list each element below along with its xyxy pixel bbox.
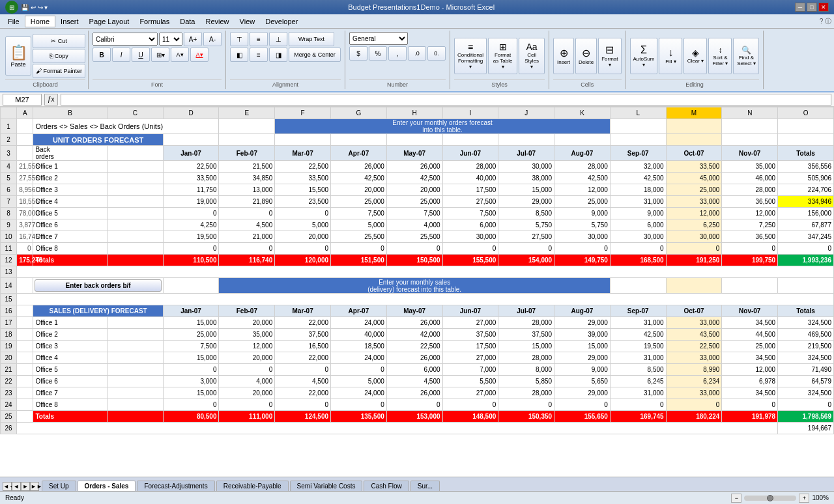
tab-cash-flow[interactable]: Cash Flow: [364, 481, 409, 491]
fill-btn[interactable]: ↓ Fill ▾: [659, 38, 682, 74]
cell-L2[interactable]: [610, 134, 666, 146]
merge-center-button[interactable]: Merge & Center: [289, 48, 341, 62]
bold-button[interactable]: B: [93, 48, 111, 62]
menu-developer[interactable]: Developer: [260, 16, 303, 27]
menu-data[interactable]: Data: [175, 16, 200, 27]
cell-I3[interactable]: Jun-07: [442, 146, 498, 161]
decrease-font-btn[interactable]: A-: [203, 32, 222, 46]
col-header-E[interactable]: E: [219, 107, 275, 119]
cell-L1[interactable]: [610, 119, 666, 134]
cell-M2[interactable]: [666, 134, 722, 146]
tab-orders-sales[interactable]: Orders - Sales: [78, 481, 136, 491]
col-header-C[interactable]: C: [107, 107, 163, 119]
cell-F2[interactable]: [275, 134, 331, 146]
cell-F3[interactable]: Mar-07: [275, 146, 331, 161]
cell-A2[interactable]: [17, 134, 33, 146]
cell-E3[interactable]: Feb-07: [219, 146, 275, 161]
menu-file[interactable]: File: [3, 16, 25, 27]
tab-setup[interactable]: Set Up: [42, 481, 76, 491]
cell-N3[interactable]: Nov-07: [722, 146, 778, 161]
col-header-K[interactable]: K: [554, 107, 611, 119]
cell-N2[interactable]: [722, 134, 778, 146]
sheet-nav-prev[interactable]: ◄: [12, 482, 21, 491]
window-controls[interactable]: ─ □ ✕: [795, 3, 829, 12]
col-header-J[interactable]: J: [498, 107, 554, 119]
cell-M1[interactable]: [666, 119, 722, 134]
zoom-in-btn[interactable]: +: [799, 494, 809, 503]
col-header-L[interactable]: L: [610, 107, 666, 119]
cell-M3[interactable]: Oct-07: [666, 146, 722, 161]
col-header-N[interactable]: N: [722, 107, 778, 119]
menu-formulas[interactable]: Formulas: [134, 16, 175, 27]
menu-page-layout[interactable]: Page Layout: [84, 16, 135, 27]
cell-F1[interactable]: Enter your monthly orders forecastinto t…: [275, 119, 611, 134]
decimal-inc-btn[interactable]: .0: [408, 46, 426, 61]
sheet-nav-last[interactable]: ►►: [30, 482, 39, 491]
menu-view[interactable]: View: [235, 16, 261, 27]
cell-H3[interactable]: May-07: [386, 146, 442, 161]
tab-receivable-payable[interactable]: Receivable-Payable: [216, 481, 289, 491]
cell-E1[interactable]: [219, 119, 275, 134]
zoom-slider[interactable]: [744, 496, 796, 501]
formula-fx-button[interactable]: ƒx: [44, 94, 58, 105]
find-select-btn[interactable]: 🔍 Find & Select ▾: [733, 38, 759, 74]
tab-semi-variable-costs[interactable]: Semi Variable Costs: [290, 481, 363, 491]
tab-forecast-adjustments[interactable]: Forecast-Adjustments: [137, 481, 214, 491]
col-header-I[interactable]: I: [442, 107, 498, 119]
cell-reference-input[interactable]: M27: [3, 94, 42, 105]
fill-color-button[interactable]: A▾: [171, 48, 189, 62]
menu-home[interactable]: Home: [25, 16, 55, 27]
minimize-btn[interactable]: ─: [795, 3, 805, 12]
cell-B2[interactable]: UNIT ORDERS FORECAST: [33, 134, 163, 146]
font-name-select[interactable]: Calibri: [93, 33, 158, 46]
delete-btn[interactable]: ⊖ Delete: [575, 38, 597, 74]
insert-btn[interactable]: ⊕ Insert: [553, 38, 574, 74]
align-right-btn[interactable]: ◨: [269, 48, 287, 62]
align-top-btn[interactable]: ⊤: [230, 32, 248, 46]
copy-button[interactable]: ⎘ Copy: [33, 49, 85, 63]
align-left-btn[interactable]: ◧: [230, 48, 248, 62]
cell-L3[interactable]: Sep-07: [610, 146, 666, 161]
formula-input[interactable]: [61, 94, 831, 105]
cell-O2[interactable]: [778, 134, 834, 146]
cell-D2[interactable]: [163, 134, 219, 146]
comma-btn[interactable]: ,: [388, 46, 407, 61]
clear-btn[interactable]: ◈ Clear ▾: [683, 38, 707, 74]
currency-btn[interactable]: $: [349, 46, 367, 61]
cell-O1[interactable]: [778, 119, 834, 134]
cell-H2[interactable]: [386, 134, 442, 146]
font-size-select[interactable]: 11: [159, 33, 182, 46]
tab-sur[interactable]: Sur...: [410, 481, 440, 491]
percent-btn[interactable]: %: [369, 46, 387, 61]
wrap-text-button[interactable]: Wrap Text: [289, 32, 334, 46]
format-painter-button[interactable]: 🖌 Format Painter: [33, 64, 85, 78]
cell-E2[interactable]: [219, 134, 275, 146]
col-header-M[interactable]: M: [666, 107, 722, 119]
col-header-F[interactable]: F: [275, 107, 331, 119]
underline-button[interactable]: U: [132, 48, 150, 62]
cell-J2[interactable]: [498, 134, 554, 146]
col-header-D[interactable]: D: [163, 107, 219, 119]
autosum-btn[interactable]: Σ AutoSum ▾: [630, 38, 658, 74]
border-button[interactable]: ⊞▾: [151, 48, 169, 62]
cell-styles-btn[interactable]: Aa Cell Styles ▾: [519, 38, 545, 74]
menu-insert[interactable]: Insert: [55, 16, 84, 27]
col-header-A[interactable]: A: [17, 107, 33, 119]
cell-K2[interactable]: [554, 134, 611, 146]
paste-button[interactable]: 📋 Paste: [5, 36, 31, 76]
zoom-out-btn[interactable]: −: [731, 494, 741, 503]
col-header-G[interactable]: G: [331, 107, 387, 119]
sort-filter-btn[interactable]: ↕ Sort & Filter ▾: [708, 38, 732, 74]
cell-G3[interactable]: Apr-07: [331, 146, 387, 161]
conditional-formatting-btn[interactable]: ≡ Conditional Formatting ▾: [454, 38, 487, 74]
align-center-btn[interactable]: ≡: [250, 48, 268, 62]
cell-G2[interactable]: [331, 134, 387, 146]
cut-button[interactable]: ✂ Cut: [33, 34, 85, 48]
align-bottom-btn[interactable]: ⊥: [269, 32, 287, 46]
close-btn[interactable]: ✕: [818, 3, 829, 12]
increase-font-btn[interactable]: A+: [184, 32, 202, 46]
col-header-H[interactable]: H: [386, 107, 442, 119]
format-btn[interactable]: ⊟ Format ▾: [598, 38, 621, 74]
maximize-btn[interactable]: □: [807, 3, 817, 12]
cell-K3[interactable]: Aug-07: [554, 146, 611, 161]
